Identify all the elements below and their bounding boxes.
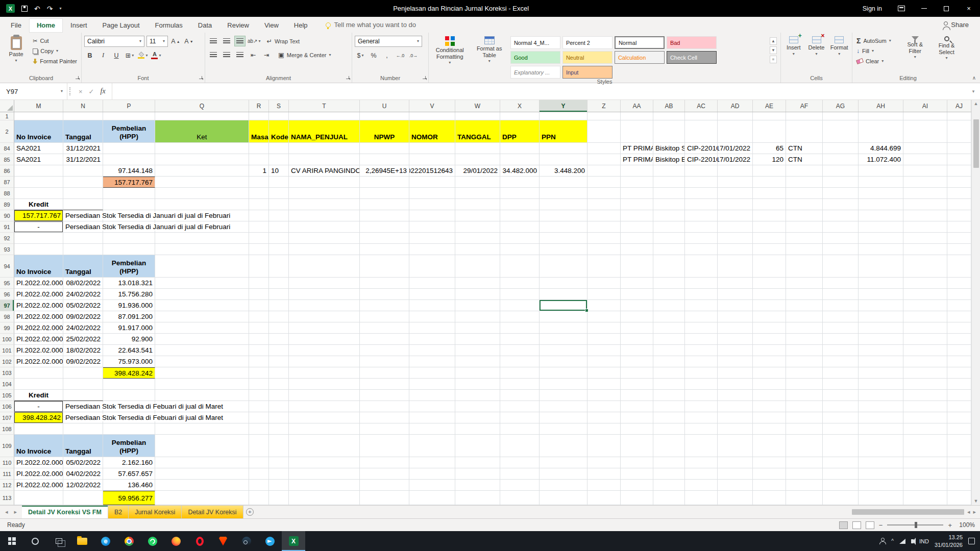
sheet-tab-detail-jv-koreksi[interactable]: Detail JV Koreksi	[182, 506, 243, 518]
cell-Y95[interactable]	[540, 278, 587, 289]
cell-AA92[interactable]	[621, 233, 653, 244]
row-header-112[interactable]: 112	[0, 480, 14, 491]
cell-V95[interactable]	[409, 278, 455, 289]
column-header-X[interactable]: X	[500, 100, 540, 112]
cell-Y111[interactable]	[540, 468, 587, 480]
cell-T87[interactable]	[289, 177, 360, 188]
cell-AE85[interactable]: 120	[753, 154, 786, 165]
cell-AB84[interactable]: Biskitop Sti	[653, 143, 685, 154]
cell-style-normal[interactable]: Normal	[615, 36, 665, 49]
cell-M98[interactable]: PI.2022.02.00008	[14, 311, 63, 322]
sheet-tab-jurnal-koreksi[interactable]: Jurnal Koreksi	[129, 506, 182, 518]
cell-AB106[interactable]	[653, 401, 685, 412]
cell-AD106[interactable]	[718, 401, 753, 412]
cell-U96[interactable]	[360, 289, 409, 300]
cell-T88[interactable]	[289, 188, 360, 199]
cell-R100[interactable]	[249, 334, 269, 345]
row-header-113[interactable]: 113	[0, 491, 14, 505]
cell-AB86[interactable]	[653, 165, 685, 177]
cell-Y91[interactable]	[540, 221, 587, 233]
undo-icon[interactable]: ↶	[34, 5, 40, 12]
column-header-AG[interactable]: AG	[823, 100, 859, 112]
cell-S90[interactable]	[269, 210, 289, 221]
zoom-slider[interactable]	[887, 524, 943, 525]
cell-AA91[interactable]	[621, 221, 653, 233]
cell-AF105[interactable]	[786, 390, 823, 401]
cell-N104[interactable]	[63, 379, 103, 390]
increase-font-size-button[interactable]: A▲	[170, 36, 181, 47]
cell-S88[interactable]	[269, 188, 289, 199]
cell-N108[interactable]	[63, 423, 103, 435]
merge-center-button[interactable]: ▣ Merge & Center ▾	[278, 49, 331, 60]
cell-M105[interactable]: Kredit	[14, 390, 63, 401]
cell-AC93[interactable]	[685, 244, 718, 255]
cell-Q100[interactable]	[155, 334, 249, 345]
cell-AG101[interactable]	[823, 345, 859, 356]
top-align-button[interactable]	[208, 36, 219, 46]
cell-T90[interactable]	[289, 210, 360, 221]
autosum-button[interactable]: Σ AutoSum▾	[855, 36, 898, 46]
cut-button[interactable]: ✂ Cut	[31, 36, 79, 46]
cell-S85[interactable]	[269, 154, 289, 165]
column-header-U[interactable]: U	[360, 100, 409, 112]
cell-Z113[interactable]	[587, 491, 621, 505]
delete-cells-button[interactable]: × Delete▾	[806, 34, 827, 73]
cell-X1[interactable]	[500, 112, 540, 120]
taskbar-app-firefox[interactable]	[164, 531, 188, 551]
cell-Q95[interactable]	[155, 278, 249, 289]
cell-AI113[interactable]	[903, 491, 947, 505]
cell-AJ94[interactable]	[947, 255, 971, 278]
cell-Z85[interactable]	[587, 154, 621, 165]
row-header-110[interactable]: 110	[0, 457, 14, 468]
name-box-dropdown-icon[interactable]: ▾	[61, 89, 63, 93]
cell-Z97[interactable]	[587, 300, 621, 311]
cell-U111[interactable]	[360, 468, 409, 480]
cell-W105[interactable]	[455, 390, 500, 401]
cell-AE88[interactable]	[753, 188, 786, 199]
cell-M88[interactable]	[14, 188, 63, 199]
select-all-corner[interactable]	[0, 100, 14, 112]
cell-AC95[interactable]	[685, 278, 718, 289]
cell-Y106[interactable]	[540, 401, 587, 412]
cell-AI108[interactable]	[903, 423, 947, 435]
cell-R95[interactable]	[249, 278, 269, 289]
cell-AE104[interactable]	[753, 379, 786, 390]
cell-X101[interactable]	[500, 345, 540, 356]
fill-color-button[interactable]: ▾	[137, 50, 149, 61]
cell-AJ2[interactable]	[947, 120, 971, 143]
cell-R104[interactable]	[249, 379, 269, 390]
cell-AJ109[interactable]	[947, 435, 971, 457]
cell-AF87[interactable]	[786, 177, 823, 188]
ribbon-tab-file[interactable]: File	[3, 18, 29, 33]
cell-Y96[interactable]	[540, 289, 587, 300]
cell-Z101[interactable]	[587, 345, 621, 356]
cell-N92[interactable]	[63, 233, 103, 244]
cell-AA106[interactable]	[621, 401, 653, 412]
cell-AG85[interactable]	[823, 154, 859, 165]
cell-P86[interactable]: 97.144.148	[103, 165, 155, 177]
cell-AC107[interactable]	[685, 412, 718, 423]
cell-AJ108[interactable]	[947, 423, 971, 435]
cell-N105[interactable]	[63, 390, 103, 401]
cell-Q88[interactable]	[155, 188, 249, 199]
row-header-89[interactable]: 89	[0, 199, 14, 210]
cell-AA95[interactable]	[621, 278, 653, 289]
minimize-button[interactable]	[913, 0, 935, 17]
cell-AA94[interactable]	[621, 255, 653, 278]
row-header-100[interactable]: 100	[0, 334, 14, 345]
cell-V98[interactable]	[409, 311, 455, 322]
insert-cells-button[interactable]: + Insert▾	[783, 34, 804, 73]
cell-AF1[interactable]	[786, 112, 823, 120]
cell-M100[interactable]: PI.2022.02.00046	[14, 334, 63, 345]
cell-AD87[interactable]	[718, 177, 753, 188]
cell-P1[interactable]	[103, 112, 155, 120]
cell-M109[interactable]: No Invoice	[14, 435, 63, 457]
cell-N99[interactable]: 24/02/2022	[63, 322, 103, 334]
cell-W106[interactable]	[455, 401, 500, 412]
cell-R108[interactable]	[249, 423, 269, 435]
cell-U89[interactable]	[360, 199, 409, 210]
cell-V106[interactable]	[409, 401, 455, 412]
cell-AH91[interactable]	[859, 221, 903, 233]
column-header-Q[interactable]: Q	[155, 100, 249, 112]
cell-P109[interactable]: Pembelian (HPP)	[103, 435, 155, 457]
